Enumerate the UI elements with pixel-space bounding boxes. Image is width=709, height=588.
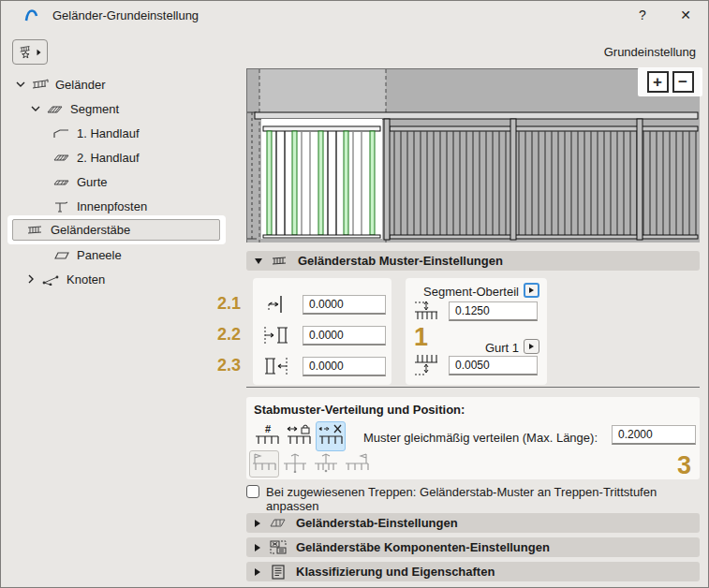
tree-item-label: Knoten xyxy=(66,272,105,287)
offset-before-input[interactable] xyxy=(303,326,386,345)
segment-oberteil-label: Segment-Oberteil xyxy=(423,285,519,299)
offset-after-pattern-icon xyxy=(262,356,290,376)
section-title: Geländerstäbe Komponenten-Einstellungen xyxy=(296,540,550,554)
help-button[interactable]: ? xyxy=(628,4,657,26)
stair-adapt-label: Bei zugewiesenen Treppen: Geländerstab-M… xyxy=(266,485,708,513)
mode-label: Grundeinstellung xyxy=(604,45,696,59)
gurte-icon xyxy=(52,176,71,188)
locked-length-icon xyxy=(286,423,312,447)
tree-item-innenpfosten[interactable]: Innenpfosten xyxy=(52,197,147,215)
components-icon xyxy=(269,539,288,555)
top-offset-input[interactable] xyxy=(449,301,538,321)
offset-start-icon xyxy=(265,294,288,315)
pattern-spread-max-button[interactable] xyxy=(316,421,346,451)
zoom-out-button[interactable]: − xyxy=(672,71,694,93)
align-center-bar-icon xyxy=(282,452,308,473)
spread-max-icon xyxy=(318,423,344,447)
gelaenderstaebe-icon xyxy=(26,224,45,236)
expand-arrow-icon xyxy=(255,544,260,551)
section-title: Geländerstab-Einstellungen xyxy=(296,516,458,530)
tree-item-label: Innenpfosten xyxy=(77,199,147,213)
chevron-right-icon[interactable] xyxy=(27,274,37,284)
tree-item-gelaenderstaebe[interactable]: Geländerstäbe xyxy=(12,219,220,241)
tree-item-label: Geländerstäbe xyxy=(51,223,130,237)
section-title: Geländerstab Muster-Einstellungen xyxy=(298,254,503,268)
flyout-arrow-icon xyxy=(529,287,534,293)
muster-section-icon xyxy=(271,255,289,267)
tree-item-segment[interactable]: Segment xyxy=(31,99,119,118)
tree-item-gelaender[interactable]: Geländer xyxy=(16,75,105,94)
tree-item-label: Gurte xyxy=(77,175,108,189)
flyout-arrow-icon xyxy=(37,49,41,54)
gurt1-flyout-button[interactable] xyxy=(524,339,539,354)
pattern-locked-length-button[interactable] xyxy=(284,421,314,451)
annotation-3: 3 xyxy=(677,451,691,480)
offset-before-pattern-icon xyxy=(262,325,290,345)
align-center-gap-icon xyxy=(313,452,339,473)
document-icon xyxy=(269,565,288,580)
section-header-muster[interactable]: Geländerstab Muster-Einstellungen xyxy=(246,251,700,271)
bottom-offset-icon xyxy=(413,353,439,377)
expand-arrow-icon xyxy=(255,520,260,527)
offset-panel xyxy=(253,278,391,385)
pattern-fixed-count-button[interactable]: # xyxy=(252,421,282,451)
tree-item-handlauf2[interactable]: 2. Handlauf xyxy=(52,148,140,167)
align-left-button[interactable] xyxy=(249,450,279,478)
align-center-gap-button[interactable] xyxy=(311,450,341,478)
tree-item-handlauf1[interactable]: 1. Handlauf xyxy=(52,124,140,142)
favorites-railing-star-icon xyxy=(19,43,36,62)
bottom-offset-input[interactable] xyxy=(449,356,538,375)
tree-item-label: Geländer xyxy=(55,78,105,92)
segment-icon xyxy=(46,103,65,115)
tree-item-label: 1. Handlauf xyxy=(77,126,140,140)
tree-item-label: Segment xyxy=(70,102,119,116)
max-length-input[interactable] xyxy=(612,425,696,445)
annotation-1: 1 xyxy=(414,323,428,352)
chevron-down-icon[interactable] xyxy=(31,105,40,112)
tree-item-label: Paneele xyxy=(77,248,122,262)
favorites-button[interactable] xyxy=(12,39,48,65)
railing-settings-icon xyxy=(269,517,288,529)
close-button[interactable]: ✕ xyxy=(672,4,700,26)
divider-line xyxy=(246,387,700,388)
distribution-panel: Stabmuster-Verteilung und Position: # xyxy=(246,397,700,479)
annotation-2-2: 2.2 xyxy=(217,325,241,345)
align-right-icon xyxy=(344,452,370,473)
section-title: Klassifizierung und Eigenschaften xyxy=(296,565,495,579)
expand-arrow-icon xyxy=(255,568,260,576)
svg-text:#: # xyxy=(265,423,271,434)
tree-item-gurte[interactable]: Gurte xyxy=(52,172,108,191)
annotation-highlight-zoom: + − xyxy=(638,67,702,96)
align-center-bar-button[interactable] xyxy=(280,450,310,478)
flyout-arrow-icon xyxy=(529,344,534,349)
paneele-icon xyxy=(52,249,71,261)
stair-adapt-checkbox[interactable] xyxy=(246,485,259,498)
railing-preview xyxy=(246,68,700,243)
offset-after-input[interactable] xyxy=(303,357,386,376)
gurt1-label: Gurt 1 xyxy=(485,341,519,355)
segment-oberteil-flyout-button[interactable] xyxy=(524,283,539,298)
align-right-button[interactable] xyxy=(342,450,372,478)
zoom-in-button[interactable]: + xyxy=(647,71,669,93)
annotation-2-3: 2.3 xyxy=(217,356,241,375)
chevron-down-icon[interactable] xyxy=(16,81,25,88)
section-header-komponenten[interactable]: Geländerstäbe Komponenten-Einstellungen xyxy=(246,537,700,557)
section-header-gelaenderstab-einstellungen[interactable]: Geländerstab-Einstellungen xyxy=(246,513,700,533)
fixed-count-icon: # xyxy=(254,423,280,447)
top-offset-icon xyxy=(413,300,439,322)
window-title: Geländer-Grundeinstellung xyxy=(52,8,199,22)
app-logo-icon xyxy=(24,8,39,22)
handrail-1-icon xyxy=(52,127,71,140)
offset-start-input[interactable] xyxy=(303,295,386,315)
annotation-2-1: 2.1 xyxy=(217,294,241,314)
innenpfosten-icon xyxy=(52,200,71,213)
align-left-icon xyxy=(251,452,277,473)
section-header-klassifizierung[interactable]: Klassifizierung und Eigenschaften xyxy=(246,562,700,581)
handrail-2-icon xyxy=(52,152,71,164)
distribution-title: Stabmuster-Verteilung und Position: xyxy=(254,403,465,417)
collapse-arrow-icon xyxy=(255,258,262,264)
tree-item-knoten[interactable]: Knoten xyxy=(27,270,105,288)
tree-item-paneele[interactable]: Paneele xyxy=(52,245,122,264)
knoten-icon xyxy=(42,273,61,286)
title-bar: Geländer-Grundeinstellung ? ✕ xyxy=(1,1,708,29)
